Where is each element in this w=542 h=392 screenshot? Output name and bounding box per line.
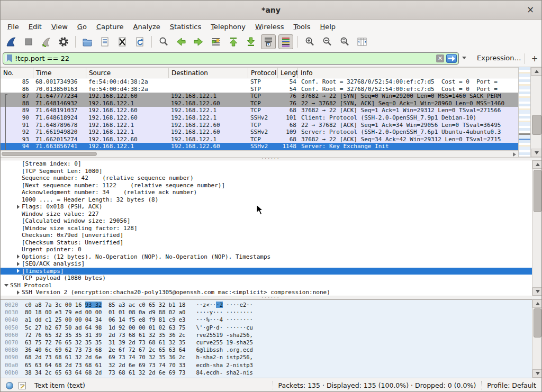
go-to-bottom-icon[interactable]: [243, 34, 258, 49]
menu-analyze[interactable]: Analyze: [129, 21, 165, 32]
detail-line[interactable]: Acknowledgment number: 34 (relative ack …: [1, 189, 542, 196]
filter-bookmark-icon[interactable]: [5, 54, 12, 62]
menu-wireless[interactable]: Wireless: [250, 21, 288, 32]
zoom-out-icon[interactable]: [320, 34, 335, 49]
hex-row[interactable]: 003080 18 00 e3 79 ed 00 00 01 01 08 0a …: [1, 308, 542, 316]
detail-line[interactable]: Options: (12 bytes), No-Operation (NOP),…: [1, 253, 542, 261]
go-back-arrow-icon[interactable]: [174, 34, 188, 49]
detail-line[interactable]: Flags: 0x018 (PSH, ACK): [1, 203, 542, 211]
vscroll-thumb[interactable]: [534, 308, 541, 338]
detail-line[interactable]: [Next sequence number: 1122 (relative se…: [1, 182, 542, 189]
detail-line[interactable]: Window size value: 227: [1, 211, 542, 218]
menu-statistics[interactable]: Statistics: [165, 21, 206, 32]
filter-history-caret-icon[interactable]: [462, 57, 466, 59]
packet-list-vscrollbar[interactable]: [530, 67, 542, 157]
filter-apply-icon[interactable]: [446, 54, 457, 63]
menu-file[interactable]: File: [3, 21, 24, 32]
detail-line[interactable]: [Checksum Status: Unverified]: [1, 239, 542, 247]
detail-line[interactable]: TCP payload (1080 bytes): [1, 275, 542, 282]
scroll-down-arrow-icon[interactable]: [532, 369, 542, 378]
column-header-protocol[interactable]: Protocol: [248, 68, 278, 78]
scroll-down-arrow-icon[interactable]: [532, 287, 542, 296]
display-filter-box[interactable]: ✕: [3, 52, 459, 65]
hex-row[interactable]: 008036 40 6c 69 62 73 73 68 2e 6f 72 67 …: [1, 346, 542, 353]
vscroll-thumb[interactable]: [532, 115, 541, 135]
scroll-up-arrow-icon[interactable]: [532, 299, 542, 308]
open-file-folder-icon[interactable]: [80, 34, 95, 49]
menu-edit[interactable]: Edit: [24, 21, 47, 32]
auto-scroll-toggle-icon[interactable]: [261, 34, 276, 49]
go-to-top-icon[interactable]: [226, 34, 241, 49]
restart-capture-icon[interactable]: [39, 34, 53, 49]
pane-splitter[interactable]: ······: [1, 296, 541, 299]
column-header-info[interactable]: Info: [298, 68, 518, 78]
save-file-icon[interactable]: [97, 34, 112, 49]
capture-options-gear-icon[interactable]: [56, 34, 71, 49]
hscroll-thumb[interactable]: [2, 152, 97, 156]
packet-row[interactable]: 9271.661949820192.168.122.1192.168.122.6…: [1, 129, 518, 136]
packet-row[interactable]: 8771.647777234192.168.122.60192.168.122.…: [1, 93, 518, 100]
display-filter-input[interactable]: [15, 54, 436, 62]
resize-columns-icon[interactable]: [355, 34, 369, 49]
bytes-vscrollbar[interactable]: [532, 299, 542, 378]
hex-row[interactable]: 009068 2d 73 68 61 32 2d 6e 69 73 74 70 …: [1, 353, 542, 361]
title-bar[interactable]: *any ×: [1, 1, 541, 20]
menu-help[interactable]: Help: [315, 21, 340, 32]
hscroll-right-arrow-icon[interactable]: [513, 152, 516, 157]
packet-row[interactable]: 9171.648789678192.168.122.1192.168.122.6…: [1, 122, 518, 129]
packet-row[interactable]: 8568.001734936fe:54:00:d4:38:2aSTP54Conf…: [1, 78, 518, 86]
column-header-length[interactable]: Length: [278, 68, 298, 78]
detail-line[interactable]: [TCP Segment Len: 1080]: [1, 168, 542, 175]
column-header-no[interactable]: No.: [1, 68, 33, 78]
expression-button[interactable]: Expression…: [477, 54, 521, 62]
hex-row[interactable]: 00505c 27 b2 67 50 ad 64 98 1d 92 00 00 …: [1, 324, 542, 331]
details-vscrollbar[interactable]: [532, 160, 542, 296]
menu-go[interactable]: Go: [73, 21, 92, 32]
hex-row[interactable]: 007063 75 72 76 65 32 35 35 31 39 2d 73 …: [1, 339, 542, 346]
start-capture-icon[interactable]: [4, 34, 19, 49]
find-packet-magnifier-icon[interactable]: [156, 34, 171, 49]
hex-row[interactable]: 00b038 34 2c 65 63 64 68 2d 73 68 61 32 …: [1, 369, 542, 376]
detail-line[interactable]: [Stream index: 0]: [1, 160, 542, 168]
hex-row[interactable]: 0020c0 a8 7a 3c 00 16 93 32 85 a3 ac c0 …: [1, 301, 542, 308]
hex-row[interactable]: 0040a1 dd c1 25 00 00 04 34 06 14 f5 e8 …: [1, 316, 542, 323]
scroll-up-arrow-icon[interactable]: [531, 67, 542, 76]
packet-list-hscrollbar[interactable]: [1, 150, 518, 157]
intelligent-scrollbar-minimap[interactable]: [518, 67, 530, 157]
menu-telephony[interactable]: Telephony: [206, 21, 250, 32]
filter-clear-icon[interactable]: ✕: [436, 54, 444, 62]
go-forward-arrow-icon[interactable]: [191, 34, 206, 49]
packet-row[interactable]: 9071.648618924192.168.122.60192.168.122.…: [1, 114, 518, 122]
packet-row[interactable]: 9371.662015274192.168.122.60192.168.122.…: [1, 136, 518, 143]
detail-line[interactable]: [Window size scaling factor: 128]: [1, 225, 542, 232]
expert-info-icon[interactable]: [6, 382, 13, 389]
zoom-in-icon[interactable]: [302, 34, 317, 49]
column-header-time[interactable]: Time: [33, 68, 86, 78]
packet-row[interactable]: 8971.648191037192.168.122.60192.168.122.…: [1, 107, 518, 114]
zoom-original-icon[interactable]: [337, 34, 352, 49]
detail-line[interactable]: 1000 .... = Header Length: 32 bytes (8): [1, 196, 542, 204]
menu-tools[interactable]: Tools: [288, 21, 315, 32]
detail-line[interactable]: Urgent pointer: 0: [1, 246, 542, 253]
close-file-icon[interactable]: [115, 34, 130, 49]
column-header-source[interactable]: Source: [86, 68, 169, 78]
close-icon[interactable]: ×: [525, 4, 536, 15]
detail-line[interactable]: Sequence number: 42 (relative sequence n…: [1, 175, 542, 182]
packet-row[interactable]: 8670.013850163fe:54:00:d4:38:2aSTP54Conf…: [1, 86, 518, 93]
hex-row[interactable]: 00a065 63 64 68 2d 73 68 61 32 2d 6e 69 …: [1, 361, 542, 369]
capture-comment-icon[interactable]: [19, 382, 26, 389]
go-to-packet-icon[interactable]: [209, 34, 223, 49]
packet-row-selected[interactable]: 9471.663856741192.168.122.1192.168.122.6…: [1, 143, 518, 150]
detail-line[interactable]: SSH Protocol: [1, 282, 542, 289]
detail-line[interactable]: Checksum: 0x79ed [unverified]: [1, 232, 542, 239]
status-profile[interactable]: Profile: Default: [487, 381, 536, 389]
detail-line[interactable]: [Calculated window size: 29056]: [1, 217, 542, 225]
scroll-up-arrow-icon[interactable]: [532, 160, 542, 169]
colorize-toggle-icon[interactable]: [278, 34, 293, 49]
column-header-destination[interactable]: Destination: [169, 68, 248, 78]
detail-line-selected[interactable]: [Timestamps]: [1, 268, 542, 275]
menu-capture[interactable]: Capture: [92, 21, 129, 32]
scroll-down-arrow-icon[interactable]: [531, 149, 542, 157]
reload-file-icon[interactable]: [132, 34, 147, 49]
menu-view[interactable]: View: [47, 21, 73, 32]
